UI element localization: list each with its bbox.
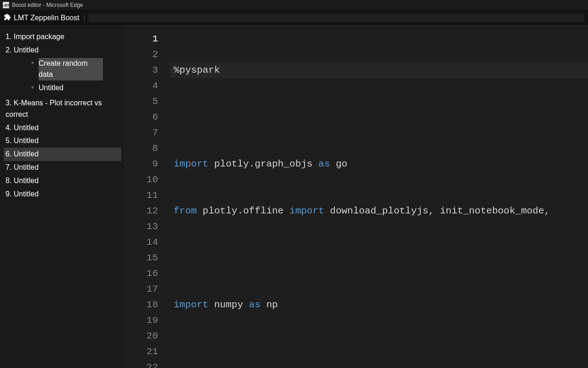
line-number: 17 <box>124 282 158 297</box>
outline-list: Import package Untitled Create random da… <box>4 30 121 201</box>
line-number: 5 <box>124 94 158 109</box>
line-number: 22 <box>124 360 158 368</box>
sidebar-item[interactable]: Untitled <box>4 44 121 57</box>
outline-sublist: Create random data Untitled <box>31 57 121 95</box>
extension-toolbar: LMT Zeppelin Boost <box>0 10 588 26</box>
line-number: 7 <box>124 125 158 141</box>
sidebar-item[interactable]: Untitled <box>4 148 121 161</box>
sidebar-item[interactable]: Untitled <box>4 188 121 201</box>
code-line[interactable] <box>170 250 588 266</box>
sidebar-item[interactable]: K-Means - Plot incorrect vs correct <box>4 97 121 121</box>
window-favicon: LMT <box>3 2 9 8</box>
sidebar-subitem[interactable]: Create random data <box>31 57 121 82</box>
line-number: 9 <box>124 156 158 172</box>
sidebar-item[interactable]: Untitled <box>4 174 121 188</box>
line-number: 19 <box>124 313 158 328</box>
code-line[interactable]: %pyspark <box>170 63 588 78</box>
line-number: 12 <box>124 203 158 219</box>
line-number: 3 <box>124 63 158 78</box>
sidebar-subitem[interactable]: Untitled <box>31 81 121 95</box>
code-line[interactable] <box>170 109 588 125</box>
sidebar-item[interactable]: Import package <box>4 30 121 44</box>
line-number: 16 <box>124 266 158 282</box>
code-line[interactable]: import plotly.graph_objs as go <box>170 156 588 172</box>
sidebar-item[interactable]: Untitled <box>4 161 121 174</box>
main-area: Import package Untitled Create random da… <box>0 26 588 368</box>
window-title: Boost editor - Microsoft Edge <box>12 2 83 8</box>
code-area[interactable]: %pyspark import plotly.graph_objs as go … <box>170 26 588 368</box>
extension-name-label: LMT Zeppelin Boost <box>14 14 79 22</box>
sidebar-item[interactable]: Untitled <box>4 134 121 148</box>
code-line[interactable] <box>170 344 588 360</box>
line-number: 10 <box>124 172 158 188</box>
puzzle-icon <box>4 13 11 23</box>
code-line[interactable]: from plotly.offline import download_plot… <box>170 203 588 219</box>
sidebar-item[interactable]: Untitled <box>4 121 121 135</box>
code-line[interactable]: import numpy as np <box>170 297 588 313</box>
address-bar-blur <box>88 14 584 22</box>
code-editor[interactable]: 1 2 3 4 5 6 7 8 9 10 11 12 13 14 15 16 1… <box>124 26 588 368</box>
line-number: 13 <box>124 219 158 235</box>
line-number: 20 <box>124 328 158 344</box>
line-number: 1 <box>124 31 158 47</box>
line-number: 14 <box>124 235 158 250</box>
line-number: 2 <box>124 47 158 63</box>
outline-sidebar: Import package Untitled Create random da… <box>0 26 124 368</box>
line-number: 4 <box>124 78 158 94</box>
extension-title[interactable]: LMT Zeppelin Boost <box>4 13 85 23</box>
window-titlebar: LMT Boost editor - Microsoft Edge <box>0 0 588 10</box>
line-number-gutter: 1 2 3 4 5 6 7 8 9 10 11 12 13 14 15 16 1… <box>124 26 170 368</box>
line-number: 18 <box>124 297 158 313</box>
line-number: 11 <box>124 188 158 203</box>
line-number: 15 <box>124 250 158 266</box>
line-number: 6 <box>124 109 158 125</box>
line-number: 8 <box>124 141 158 156</box>
line-number: 21 <box>124 344 158 360</box>
